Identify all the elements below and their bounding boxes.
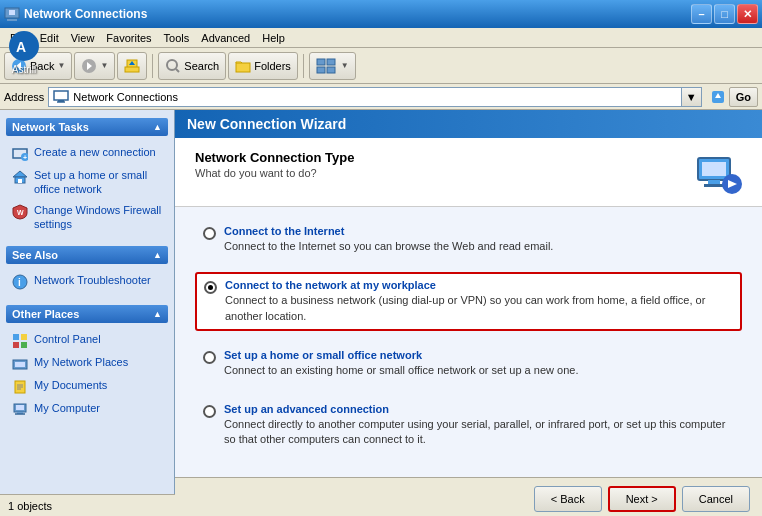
forward-dropdown-arrow[interactable]: ▼: [100, 61, 108, 70]
radio-home[interactable]: [203, 351, 216, 364]
wizard-panel: New Connection Wizard Network Connection…: [175, 110, 762, 494]
svg-line-11: [176, 69, 179, 72]
option-workplace[interactable]: Connect to the network at my workplace C…: [195, 272, 742, 331]
svg-rect-36: [15, 362, 25, 367]
view-button[interactable]: ▼: [309, 52, 356, 80]
go-button[interactable]: Go: [729, 87, 758, 107]
svg-rect-33: [13, 342, 19, 348]
sidebar-item-create-connection[interactable]: + Create a new connection: [10, 142, 164, 165]
up-button[interactable]: [117, 52, 147, 80]
other-places-header[interactable]: Other Places ▲: [6, 305, 168, 323]
folders-icon: [235, 58, 251, 74]
address-bar: Address Network Connections ▼ Go: [0, 84, 762, 110]
wizard-body: Connect to the Internet Connect to the I…: [175, 207, 762, 477]
address-input[interactable]: Network Connections: [48, 87, 681, 107]
option-advanced-desc: Connect directly to another computer usi…: [224, 417, 734, 448]
wizard-header-icon: [694, 150, 742, 198]
other-places-section: Other Places ▲ Control Panel: [6, 305, 168, 423]
search-icon: [165, 58, 181, 74]
sidebar-item-my-documents[interactable]: My Documents: [10, 375, 164, 398]
svg-rect-2: [9, 10, 15, 15]
minimize-button[interactable]: –: [691, 4, 712, 24]
menu-view[interactable]: View: [65, 30, 101, 46]
wizard-header: Network Connection Type What do you want…: [175, 138, 762, 207]
wizard-header-text: Network Connection Type What do you want…: [195, 150, 354, 179]
svg-rect-32: [21, 334, 27, 340]
option-advanced[interactable]: Set up an advanced connection Connect di…: [195, 397, 742, 454]
close-button[interactable]: ✕: [737, 4, 758, 24]
control-panel-icon: [12, 333, 28, 349]
view-dropdown-arrow[interactable]: ▼: [341, 61, 349, 70]
back-button[interactable]: < Back: [534, 486, 602, 512]
svg-rect-48: [704, 184, 724, 187]
svg-text:W: W: [17, 209, 24, 216]
astrill-desktop-icon[interactable]: A Astrill: [8, 30, 40, 75]
radio-internet[interactable]: [203, 227, 216, 240]
new-connection-icon: +: [12, 146, 28, 162]
network-tasks-arrow: ▲: [153, 122, 162, 132]
radio-advanced[interactable]: [203, 405, 216, 418]
wizard-section-subtitle: What do you want to do?: [195, 167, 354, 179]
window-controls: – □ ✕: [691, 4, 758, 24]
folders-button[interactable]: Folders: [228, 52, 298, 80]
sidebar-item-firewall[interactable]: W Change Windows Firewall settings: [10, 200, 164, 235]
info-icon: i: [12, 274, 28, 290]
back-dropdown-arrow[interactable]: ▼: [57, 61, 65, 70]
sidebar-item-control-panel[interactable]: Control Panel: [10, 329, 164, 352]
option-advanced-text: Set up an advanced connection Connect di…: [224, 403, 734, 448]
my-documents-icon: [12, 379, 28, 395]
see-also-header[interactable]: See Also ▲: [6, 246, 168, 264]
network-tasks-header[interactable]: Network Tasks ▲: [6, 118, 168, 136]
wizard-footer: < Back Next > Cancel: [175, 477, 762, 516]
other-places-arrow: ▲: [153, 309, 162, 319]
my-computer-icon: [12, 402, 28, 418]
option-advanced-title[interactable]: Set up an advanced connection: [224, 403, 734, 415]
sidebar-item-troubleshooter[interactable]: i Network Troubleshooter: [10, 270, 164, 293]
sidebar-item-home-network[interactable]: Set up a home or small office network: [10, 165, 164, 200]
svg-marker-25: [13, 171, 27, 177]
sidebar-item-network-places[interactable]: My Network Places: [10, 352, 164, 375]
option-workplace-title[interactable]: Connect to the network at my workplace: [225, 279, 733, 291]
address-dropdown[interactable]: ▼: [682, 87, 702, 107]
forward-icon: [81, 58, 97, 74]
menu-help[interactable]: Help: [256, 30, 291, 46]
svg-rect-15: [317, 67, 325, 73]
network-tasks-section: Network Tasks ▲ + Create a new connectio…: [6, 118, 168, 236]
menu-advanced[interactable]: Advanced: [195, 30, 256, 46]
menu-favorites[interactable]: Favorites: [100, 30, 157, 46]
wizard-title: New Connection Wizard: [175, 110, 762, 138]
go-arrow-icon: [710, 89, 726, 105]
other-places-items: Control Panel My Network Places: [6, 327, 168, 423]
menu-bar: File Edit View Favorites Tools Advanced …: [0, 28, 762, 48]
option-workplace-text: Connect to the network at my workplace C…: [225, 279, 733, 324]
network-tasks-items: + Create a new connection Set up a home …: [6, 140, 168, 236]
option-home-text: Set up a home or small office network Co…: [224, 349, 734, 378]
maximize-button[interactable]: □: [714, 4, 735, 24]
svg-text:A: A: [16, 39, 26, 55]
svg-rect-16: [327, 67, 335, 73]
svg-rect-34: [21, 342, 27, 348]
radio-workplace[interactable]: [204, 281, 217, 294]
address-network-icon: [53, 90, 69, 104]
forward-button[interactable]: ▼: [74, 52, 115, 80]
view-icon: [316, 58, 338, 74]
cancel-button[interactable]: Cancel: [682, 486, 750, 512]
toolbar-separator-1: [152, 54, 153, 78]
option-home-title[interactable]: Set up a home or small office network: [224, 349, 734, 361]
astrill-icon: A: [8, 30, 40, 62]
main-content: Network Tasks ▲ + Create a new connectio…: [0, 110, 762, 494]
firewall-icon: W: [12, 204, 28, 220]
option-home[interactable]: Set up a home or small office network Co…: [195, 343, 742, 384]
wizard-content: Network Connection Type What do you want…: [175, 138, 762, 516]
svg-rect-1: [7, 19, 17, 21]
up-icon: [124, 58, 140, 74]
menu-tools[interactable]: Tools: [158, 30, 196, 46]
next-button[interactable]: Next >: [608, 486, 676, 512]
option-internet-title[interactable]: Connect to the Internet: [224, 225, 734, 237]
search-button[interactable]: Search: [158, 52, 226, 80]
window-icon: [4, 6, 20, 22]
option-internet[interactable]: Connect to the Internet Connect to the I…: [195, 219, 742, 260]
sidebar-item-my-computer[interactable]: My Computer: [10, 398, 164, 421]
toolbar-separator-2: [303, 54, 304, 78]
svg-rect-46: [702, 162, 726, 176]
